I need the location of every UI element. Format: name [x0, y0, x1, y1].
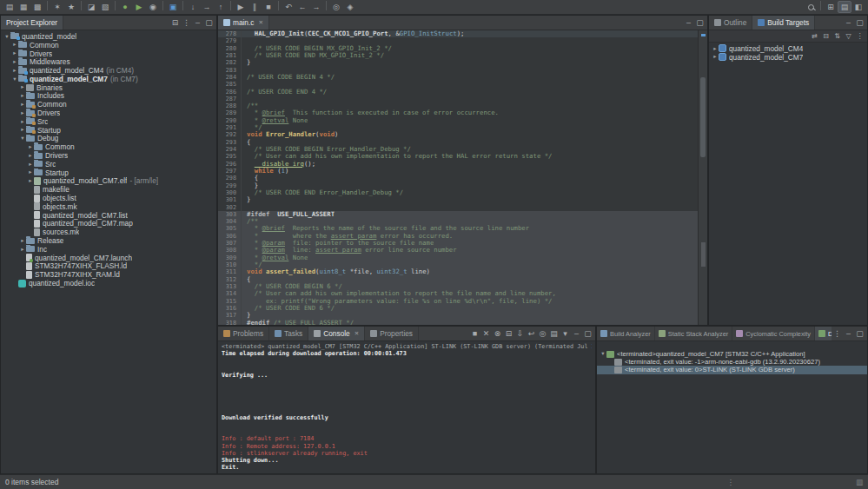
filter-icon[interactable]: ▽ [843, 30, 854, 43]
explorer-item[interactable]: makefile [1, 185, 216, 194]
code-line[interactable]: 297 while (1) [218, 168, 698, 175]
code-line[interactable]: 290 * @retval None [218, 117, 698, 124]
maximize-icon[interactable]: ▢ [694, 17, 706, 29]
new-c-file-icon[interactable]: ◪ [84, 1, 98, 13]
last-edit-location-icon[interactable]: ↶ [282, 1, 295, 13]
debug-item[interactable]: <terminated, exit value: 0>ST-LINK (ST-L… [597, 366, 867, 373]
expand-arrow-icon[interactable]: ▸ [19, 93, 26, 99]
maximize-icon[interactable]: ▢ [582, 327, 593, 340]
pin-console-icon[interactable]: ◎ [537, 327, 548, 340]
code-line[interactable]: 285 [218, 81, 698, 88]
run-icon[interactable]: ▶ [132, 1, 146, 13]
expand-arrow-icon[interactable]: ▸ [19, 102, 26, 108]
code-line[interactable]: 316 /* USER CODE END 6 */ [218, 305, 698, 312]
explorer-item[interactable]: ▸Includes [1, 92, 216, 101]
expand-arrow-icon[interactable]: ▸ [27, 162, 34, 168]
progress-view-icon[interactable]: ▥ [856, 478, 863, 486]
code-line[interactable]: 283 [218, 67, 698, 74]
code-line[interactable]: 287 [218, 96, 698, 102]
explorer-tab-project-explorer[interactable]: Project Explorer [1, 16, 63, 30]
code-line[interactable]: 288/** [218, 102, 698, 109]
view-menu-icon[interactable]: ⋮ [181, 17, 192, 29]
terminate-icon[interactable]: ■ [469, 327, 480, 340]
view-menu-icon[interactable]: ⋮ [854, 30, 865, 43]
code-line[interactable]: 291 */ [218, 124, 698, 131]
code-line[interactable]: 280 /* USER CODE BEGIN MX_GPIO_Init_2 */ [218, 45, 698, 52]
bottom-tab-cyclomatic-complexity[interactable]: Cyclomatic Complexity [732, 327, 815, 340]
expand-arrow-icon[interactable]: ▸ [11, 59, 18, 65]
expand-arrow-icon[interactable]: ▸ [27, 169, 34, 175]
build-target-item[interactable]: ▸quantized_model_CM7 [709, 53, 867, 62]
code-line[interactable]: 309 * @retval None [218, 254, 698, 261]
code-line[interactable]: 296 __disable_irq(); [218, 161, 698, 168]
bottom-tab-debug[interactable]: Debug✕ [815, 327, 832, 340]
resume-icon[interactable]: ▶ [234, 1, 248, 13]
outline-tab-outline[interactable]: Outline [709, 16, 752, 30]
code-line[interactable]: 307 * @param file: pointer to the source… [218, 240, 698, 247]
build-targets-tree[interactable]: ▸quantized_model_CM4▸quantized_model_CM7 [709, 43, 867, 62]
open-perspective-icon[interactable]: ⊞ [824, 1, 838, 13]
console-tab-properties[interactable]: Properties [365, 327, 419, 340]
expand-arrow-icon[interactable]: ▸ [27, 144, 34, 150]
minimize-icon[interactable]: – [843, 327, 854, 340]
collapse-all-icon[interactable]: ⊟ [169, 17, 181, 29]
explorer-item[interactable]: quantized_model.ioc [1, 279, 216, 287]
collapse-arrow-icon[interactable]: ▾ [3, 34, 10, 40]
forward-icon[interactable]: → [309, 1, 323, 13]
code-line[interactable]: 289 * @brief This function is executed i… [218, 109, 698, 116]
build-all-icon[interactable]: ★ [64, 1, 78, 13]
explorer-item[interactable]: ▸Common [1, 100, 216, 109]
editor-tab-main-c[interactable]: main.c✕ [218, 16, 269, 30]
code-area[interactable]: 278 HAL_GPIO_Init(CEC_CK_MCO1_GPIO_Port,… [218, 30, 698, 325]
explorer-item[interactable]: ▸Drivers [1, 109, 216, 117]
debug-item[interactable]: ▾<terminated>quantized_model_CM7 [STM32 … [597, 350, 867, 358]
code-line[interactable]: 310 */ [218, 261, 698, 268]
collapse-arrow-icon[interactable]: ▾ [11, 76, 18, 83]
bottom-tab-static-stack-analyzer[interactable]: Static Stack Analyzer [655, 327, 732, 340]
expand-arrow-icon[interactable]: ▸ [19, 84, 26, 90]
maximize-icon[interactable]: ▢ [203, 17, 215, 29]
code-line[interactable]: 315 ex: printf("Wrong parameters value: … [218, 298, 698, 305]
expand-arrow-icon[interactable]: ▸ [11, 68, 18, 74]
link-with-editor-icon[interactable]: ⇄ [809, 30, 820, 43]
code-line[interactable]: 313 /* USER CODE BEGIN 6 */ [218, 283, 698, 290]
collapse-arrow-icon[interactable]: ▾ [19, 135, 26, 142]
collapse-all-icon[interactable]: ⊟ [820, 30, 832, 43]
explorer-item[interactable]: ▸quantized_model_CM7.elf- [arm/le] [1, 177, 216, 186]
code-line[interactable]: 295 /* User can add his own implementati… [218, 153, 698, 160]
explorer-item[interactable]: STM32H747XIHX_FLASH.ld [1, 262, 216, 271]
profile-icon[interactable]: ◉ [146, 1, 160, 13]
explorer-item[interactable]: ▸Startup [1, 169, 216, 177]
open-console-dropdown-icon[interactable]: ▾ [560, 327, 571, 340]
explorer-item[interactable]: quantized_model_CM7.map [1, 220, 216, 228]
code-line[interactable]: 303#ifdef USE_FULL_ASSERT [218, 211, 698, 218]
terminate-icon[interactable]: ■ [262, 1, 275, 13]
code-line[interactable]: 278 HAL_GPIO_Init(CEC_CK_MCO1_GPIO_Port,… [218, 30, 698, 37]
console-output[interactable]: <terminated> quantized_model_CM7 [STM32 … [218, 341, 595, 473]
code-line[interactable]: 302 [218, 204, 698, 211]
minimize-icon[interactable]: – [571, 327, 582, 340]
explorer-item[interactable]: STM32H747XIHX_RAM.ld [1, 270, 216, 279]
code-line[interactable]: 299 } [218, 182, 698, 189]
save-all-icon[interactable]: ▩ [30, 1, 44, 13]
debug-tree[interactable]: ▾<terminated>quantized_model_CM7 [STM32 … [597, 341, 867, 473]
code-line[interactable]: 308 * @param line: assert_param error li… [218, 247, 698, 254]
bottom-tab-build-analyzer[interactable]: Build Analyzer [597, 327, 655, 340]
remove-launch-icon[interactable]: ✕ [480, 327, 492, 340]
new-folder-icon[interactable]: ▧ [98, 1, 112, 13]
pin-editor-icon[interactable]: ◎ [329, 1, 343, 13]
code-line[interactable]: 311void assert_failed(uint8_t *file, uin… [218, 268, 698, 275]
explorer-item[interactable]: ▸Inc [1, 245, 216, 254]
debug-icon[interactable]: ● [118, 1, 132, 13]
remove-all-launches-icon[interactable]: ⊗ [492, 327, 503, 340]
console-tab-console[interactable]: Console✕ [308, 327, 365, 340]
explorer-item[interactable]: quantized_model_CM7.launch [1, 254, 216, 262]
view-menu-icon[interactable]: ⋮ [832, 327, 843, 340]
explorer-item[interactable]: ▸Drivers [1, 50, 216, 58]
code-line[interactable]: 300 /* USER CODE END Error_Handler_Debug… [218, 189, 698, 196]
build-icon[interactable]: ✶ [50, 1, 64, 13]
expand-arrow-icon[interactable]: ▸ [11, 50, 18, 56]
code-line[interactable]: 298 { [218, 175, 698, 182]
save-icon[interactable]: ▦ [17, 1, 30, 13]
project-explorer-tree[interactable]: ▾quantized_model▸Common▸Drivers▸Middlewa… [1, 30, 216, 473]
